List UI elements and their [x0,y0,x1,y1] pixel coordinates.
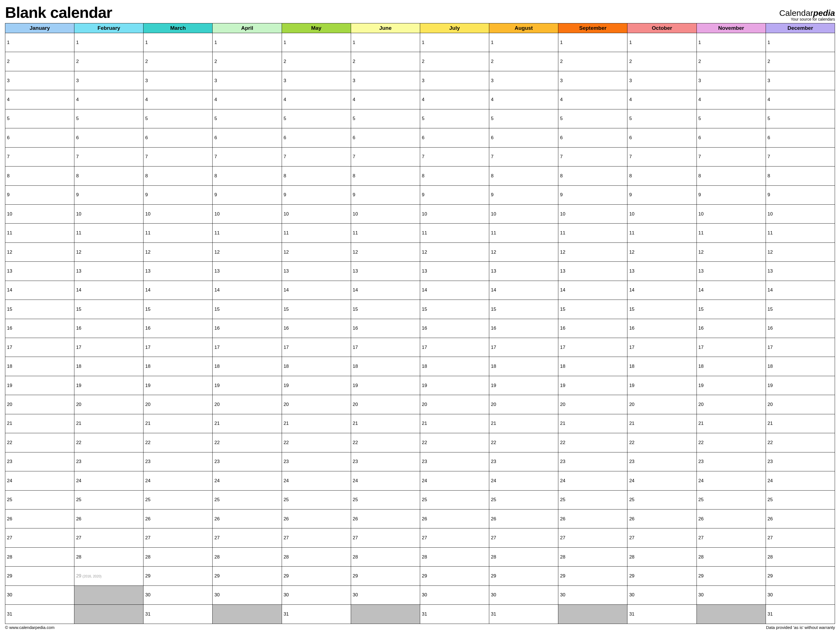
day-cell: 21 [282,414,351,433]
day-cell: 2 [489,52,558,71]
day-cell: 29 [627,567,696,586]
day-cell: 29 [420,567,489,586]
day-cell: 4 [282,90,351,109]
disclaimer-text: Data provided 'as is' without warranty [766,625,835,630]
day-cell: 13 [766,262,835,281]
day-row-1: 111111111111 [5,33,835,52]
day-cell: 18 [282,357,351,376]
day-cell: 20 [351,395,420,414]
day-cell: 7 [558,147,627,166]
day-cell: 13 [144,262,213,281]
day-cell: 10 [213,204,282,223]
day-cell: 18 [74,357,144,376]
day-cell: 26 [5,509,74,528]
day-cell: 2 [627,52,696,71]
day-cell: 27 [144,528,213,547]
day-cell: 24 [420,471,489,490]
day-cell: 12 [558,243,627,262]
day-cell: 17 [144,338,213,357]
day-cell: 25 [5,490,74,509]
day-cell: 6 [766,128,835,147]
day-cell: 22 [144,433,213,452]
day-cell: 30 [144,586,213,604]
day-cell: 22 [489,433,558,452]
day-cell: 18 [144,357,213,376]
day-cell: 21 [420,414,489,433]
day-cell: 29(2016, 2020) [74,567,144,586]
day-cell: 14 [5,281,74,299]
day-row-17: 171717171717171717171717 [5,338,835,357]
day-cell [74,586,144,604]
day-cell: 28 [627,547,696,566]
day-cell: 11 [558,224,627,243]
day-cell: 3 [420,71,489,90]
day-cell: 22 [558,433,627,452]
day-cell: 24 [74,471,144,490]
day-row-5: 555555555555 [5,109,835,128]
day-cell: 7 [144,147,213,166]
day-cell: 6 [5,128,74,147]
day-cell: 9 [696,185,766,204]
day-cell: 17 [213,338,282,357]
day-cell: 13 [213,262,282,281]
day-row-20: 202020202020202020202020 [5,395,835,414]
month-header-april: April [213,24,282,33]
day-cell: 30 [213,586,282,604]
day-cell: 6 [627,128,696,147]
day-cell: 20 [213,395,282,414]
day-cell: 14 [144,281,213,299]
day-cell: 5 [144,109,213,128]
day-cell: 5 [282,109,351,128]
day-cell: 1 [74,33,144,52]
day-row-28: 282828282828282828282828 [5,547,835,566]
day-cell: 15 [489,300,558,319]
day-cell: 17 [696,338,766,357]
day-cell: 15 [627,300,696,319]
day-cell: 11 [213,224,282,243]
day-row-15: 151515151515151515151515 [5,300,835,319]
day-cell: 30 [282,586,351,604]
day-cell: 6 [351,128,420,147]
day-cell: 3 [282,71,351,90]
day-cell: 15 [213,300,282,319]
day-cell: 15 [766,300,835,319]
day-cell: 16 [489,319,558,338]
day-row-27: 272727272727272727272727 [5,528,835,547]
day-cell: 1 [5,33,74,52]
day-cell: 17 [766,338,835,357]
day-cell: 28 [696,547,766,566]
day-cell: 13 [351,262,420,281]
day-cell: 12 [420,243,489,262]
day-cell: 9 [558,185,627,204]
day-cell: 30 [766,586,835,604]
day-cell: 24 [627,471,696,490]
day-cell: 23 [420,452,489,471]
day-cell: 23 [766,452,835,471]
day-cell: 4 [558,90,627,109]
day-cell: 25 [558,490,627,509]
day-cell: 7 [766,147,835,166]
day-cell: 11 [74,224,144,243]
day-cell: 13 [489,262,558,281]
day-cell: 29 [282,567,351,586]
day-cell: 12 [282,243,351,262]
day-cell: 14 [627,281,696,299]
day-cell: 19 [696,376,766,395]
copyright-text: © www.calendarpedia.com [5,625,55,630]
day-cell: 16 [74,319,144,338]
day-cell: 12 [489,243,558,262]
month-header-november: November [696,24,766,33]
day-cell: 20 [558,395,627,414]
day-cell: 22 [420,433,489,452]
day-cell: 16 [282,319,351,338]
day-cell: 10 [282,204,351,223]
day-cell: 18 [696,357,766,376]
day-cell: 24 [489,471,558,490]
day-cell: 28 [558,547,627,566]
day-cell: 24 [558,471,627,490]
day-cell: 7 [489,147,558,166]
day-cell: 4 [213,90,282,109]
day-cell: 22 [282,433,351,452]
day-cell: 19 [144,376,213,395]
day-cell: 27 [489,528,558,547]
